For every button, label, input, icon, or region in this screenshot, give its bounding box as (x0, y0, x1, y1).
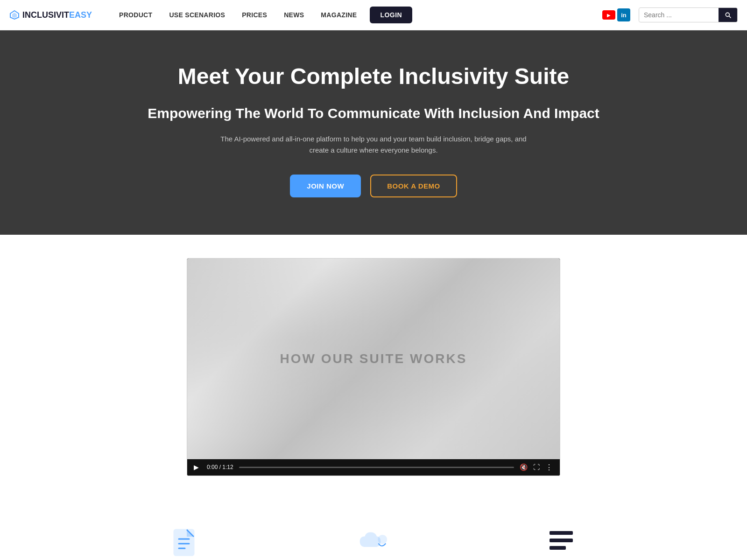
svg-rect-4 (550, 546, 566, 550)
volume-button[interactable]: 🔇 (520, 463, 528, 471)
logo-icon (9, 10, 20, 20)
logo[interactable]: INCLUSIVITEASY (9, 10, 92, 20)
nav-prices[interactable]: PRICES (233, 0, 275, 30)
linkedin-icon[interactable]: in (617, 8, 630, 21)
search-icon (724, 11, 732, 19)
video-controls: ▶ 0:00 / 1:12 🔇 ⛶ ⋮ (187, 459, 560, 476)
list-icon (547, 527, 575, 553)
cloud-icon (357, 527, 390, 553)
youtube-icon[interactable] (602, 10, 615, 20)
fullscreen-button[interactable]: ⛶ (533, 463, 540, 471)
nav-news[interactable]: NEWS (275, 0, 312, 30)
video-thumbnail[interactable]: HOW OUR SUITE WORKS (187, 259, 560, 459)
hero-buttons: JOIN NOW BOOK A DEMO (19, 175, 728, 197)
navbar-right: in (602, 7, 738, 22)
svg-rect-2 (550, 531, 573, 535)
video-section: HOW OUR SUITE WORKS ▶ 0:00 / 1:12 🔇 ⛶ ⋮ (0, 235, 747, 499)
video-time: 0:00 / 1:12 (207, 464, 233, 470)
play-button[interactable]: ▶ (194, 463, 201, 471)
bottom-icon-doc (172, 527, 200, 560)
logo-text: INCLUSIVITEASY (22, 10, 92, 20)
more-options-button[interactable]: ⋮ (545, 463, 553, 472)
video-container: HOW OUR SUITE WORKS ▶ 0:00 / 1:12 🔇 ⛶ ⋮ (187, 258, 560, 476)
document-icon (172, 527, 200, 560)
login-button[interactable]: LOGIN (370, 7, 412, 23)
hero-subtitle: Empowering The World To Communicate With… (19, 104, 728, 122)
join-now-button[interactable]: JOIN NOW (290, 175, 361, 197)
social-icons: in (602, 8, 630, 21)
navbar: INCLUSIVITEASY PRODUCT USE SCENARIOS PRI… (0, 0, 747, 30)
video-progress-bar[interactable] (239, 467, 514, 468)
book-demo-button[interactable]: BOOK A DEMO (370, 175, 457, 197)
search-bar (639, 7, 738, 22)
bottom-icon-lines (547, 527, 575, 560)
bottom-icon-cloud (357, 527, 390, 560)
nav-links: PRODUCT USE SCENARIOS PRICES NEWS MAGAZI… (111, 0, 602, 30)
video-overlay-text: HOW OUR SUITE WORKS (280, 351, 467, 366)
nav-use-scenarios[interactable]: USE SCENARIOS (161, 0, 233, 30)
svg-rect-3 (550, 539, 573, 542)
hero-title: Meet Your Complete Inclusivity Suite (19, 63, 728, 90)
svg-point-1 (378, 535, 387, 544)
bottom-icons-section (0, 499, 747, 560)
hero-description: The AI-powered and all-in-one platform t… (210, 133, 537, 156)
search-button[interactable] (719, 8, 737, 22)
nav-product[interactable]: PRODUCT (111, 0, 161, 30)
search-input[interactable] (639, 8, 719, 21)
nav-magazine[interactable]: MAGAZINE (312, 0, 365, 30)
hero-section: Meet Your Complete Inclusivity Suite Emp… (0, 30, 747, 235)
